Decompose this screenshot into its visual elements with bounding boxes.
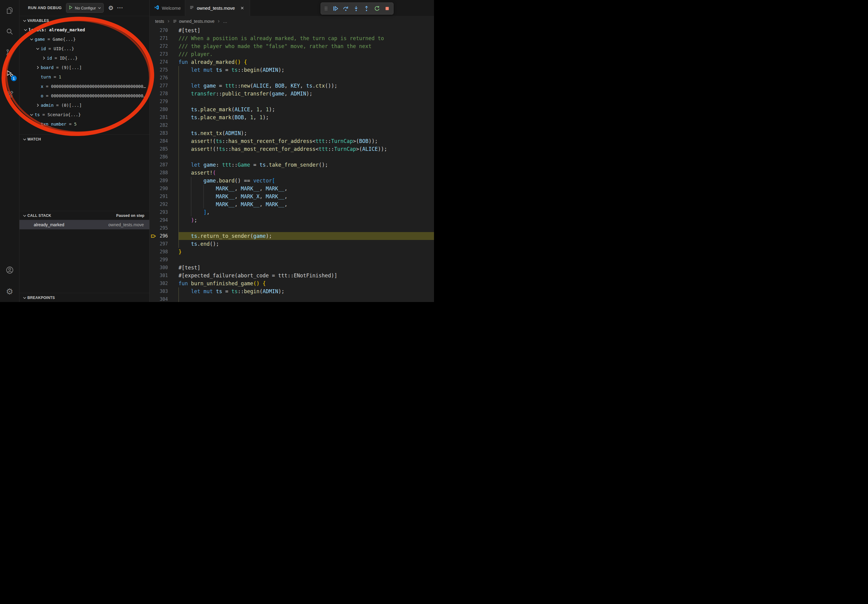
breakpoint-gutter[interactable] — [150, 240, 158, 248]
breakpoint-gutter[interactable] — [150, 200, 158, 208]
code-line-content[interactable]: MARK__, MARK__, MARK__, — [178, 184, 434, 192]
breakpoint-gutter[interactable] — [150, 256, 158, 264]
line-number[interactable]: 276 — [158, 74, 168, 82]
code-line-content[interactable]: assert!(!ts::has_most_recent_for_address… — [178, 145, 434, 153]
line-number[interactable]: 272 — [158, 42, 168, 50]
code-area[interactable]: 270#[test]271/// When a position is alre… — [150, 26, 434, 302]
call-stack-frame[interactable]: already_marked owned_tests.move — [19, 220, 149, 229]
code-line-content[interactable]: /// player. — [178, 50, 434, 58]
stop-button[interactable] — [382, 4, 392, 13]
breakpoint-gutter[interactable] — [150, 153, 158, 161]
account-button[interactable] — [0, 260, 19, 281]
breakpoint-gutter[interactable] — [150, 248, 158, 256]
code-line-content[interactable]: ts.return_to_sender(game); — [178, 232, 434, 240]
line-number[interactable]: 273 — [158, 50, 168, 58]
continue-button[interactable] — [330, 4, 340, 13]
line-number[interactable]: 282 — [158, 121, 168, 129]
code-line-content[interactable] — [178, 153, 434, 161]
breakpoint-gutter[interactable] — [150, 279, 158, 287]
breakpoint-gutter[interactable] — [150, 74, 158, 82]
breakpoint-gutter[interactable] — [150, 161, 158, 169]
code-line-content[interactable] — [178, 224, 434, 232]
code-line-content[interactable]: /// the player who made the "false" move… — [178, 42, 434, 50]
code-line-content[interactable]: fun burn_unfinished_game() { — [178, 279, 434, 287]
breakpoint-gutter[interactable] — [150, 224, 158, 232]
breakpoint-gutter[interactable] — [150, 295, 158, 302]
chevron-down-icon[interactable] — [35, 44, 41, 53]
debug-current-line-icon[interactable] — [150, 232, 158, 240]
line-number[interactable]: 286 — [158, 153, 168, 161]
line-number[interactable]: 292 — [158, 200, 168, 208]
variable-row[interactable]: id = UID{...} — [19, 44, 149, 53]
code-line-content[interactable]: ts.next_tx(ADMIN); — [178, 129, 434, 137]
line-number[interactable]: 296 — [158, 232, 168, 240]
variable-row[interactable]: board = (9)[...] — [19, 63, 149, 72]
line-number[interactable]: 301 — [158, 272, 168, 279]
breakpoint-gutter[interactable] — [150, 98, 158, 105]
breakpoint-gutter[interactable] — [150, 192, 158, 200]
code-line-content[interactable] — [178, 256, 434, 264]
code-line-content[interactable]: transfer::public_transfer(game, ADMIN); — [178, 90, 434, 98]
breakpoint-gutter[interactable] — [150, 129, 158, 137]
breakpoint-gutter[interactable] — [150, 121, 158, 129]
sidebar-item-source-control[interactable] — [0, 43, 19, 63]
variable-row[interactable]: o = 000000000000000000000000000000000000… — [19, 91, 149, 101]
line-number[interactable]: 294 — [158, 216, 168, 224]
code-line-content[interactable]: ts.end(); — [178, 240, 434, 248]
line-number[interactable]: 281 — [158, 113, 168, 121]
code-line-content[interactable]: #[test] — [178, 26, 434, 34]
breakpoint-gutter[interactable] — [150, 82, 158, 90]
tab-welcome[interactable]: Welcome — [150, 0, 185, 16]
code-line-content[interactable]: assert!( — [178, 169, 434, 177]
chevron-right-icon[interactable] — [35, 101, 41, 110]
line-number[interactable]: 279 — [158, 98, 168, 105]
variable-row[interactable]: game = Game{...} — [19, 34, 149, 44]
line-number[interactable]: 271 — [158, 34, 168, 42]
breakpoint-gutter[interactable] — [150, 272, 158, 279]
breakpoint-gutter[interactable] — [150, 216, 158, 224]
settings-button[interactable]: ⚙ — [0, 281, 19, 302]
code-line-content[interactable]: ts.place_mark(BOB, 1, 1); — [178, 113, 434, 121]
code-line-content[interactable]: let mut ts = ts::begin(ADMIN); — [178, 66, 434, 74]
code-line-content[interactable] — [178, 98, 434, 105]
code-line-content[interactable]: fun already_marked() { — [178, 58, 434, 66]
line-number[interactable]: 295 — [158, 224, 168, 232]
chevron-right-icon[interactable] — [35, 63, 41, 72]
start-debugging-icon[interactable] — [68, 5, 73, 11]
code-line-content[interactable]: let game = ttt::new(ALICE, BOB, KEY, ts.… — [178, 82, 434, 90]
watch-section-header[interactable]: WATCH — [19, 135, 149, 144]
step-out-button[interactable] — [361, 4, 371, 13]
restart-button[interactable] — [372, 4, 382, 13]
code-line-content[interactable] — [178, 295, 434, 302]
code-line-content[interactable]: assert!(ts::has_most_recent_for_address<… — [178, 137, 434, 145]
code-line-content[interactable]: MARK__, MARK_X, MARK__, — [178, 192, 434, 200]
line-number[interactable]: 291 — [158, 192, 168, 200]
code-line-content[interactable]: #[expected_failure(abort_code = ttt::ENo… — [178, 272, 434, 279]
sidebar-item-search[interactable] — [0, 22, 19, 43]
line-number[interactable]: 288 — [158, 169, 168, 177]
breakpoint-gutter[interactable] — [150, 90, 158, 98]
open-launch-json-button[interactable]: ⚙ — [108, 4, 113, 12]
line-number[interactable]: 278 — [158, 90, 168, 98]
variable-row[interactable]: turn = 1 — [19, 72, 149, 82]
chevron-right-icon[interactable] — [41, 53, 47, 63]
breadcrumb-item-tests[interactable]: tests — [155, 19, 164, 24]
breakpoint-gutter[interactable] — [150, 34, 158, 42]
code-line-content[interactable]: game.board() == vector[ — [178, 177, 434, 184]
call-stack-section-header[interactable]: CALL STACK Paused on step — [19, 211, 149, 220]
breakpoint-gutter[interactable] — [150, 42, 158, 50]
breadcrumb-item-file[interactable]: owned_tests.move — [179, 19, 215, 24]
chevron-down-icon[interactable] — [29, 110, 35, 119]
code-line-content[interactable]: ], — [178, 208, 434, 216]
variable-row[interactable]: x = 000000000000000000000000000000000000… — [19, 82, 149, 91]
line-number[interactable]: 275 — [158, 66, 168, 74]
line-number[interactable]: 285 — [158, 145, 168, 153]
breakpoint-gutter[interactable] — [150, 58, 158, 66]
code-line-content[interactable]: } — [178, 248, 434, 256]
close-icon[interactable] — [239, 5, 245, 11]
drag-handle[interactable] — [322, 4, 330, 13]
sidebar-item-explorer[interactable] — [0, 1, 19, 22]
launch-config-dropdown[interactable]: No Configur — [66, 3, 104, 13]
chevron-down-icon[interactable] — [23, 25, 29, 34]
variable-row[interactable]: txn_number = 5 — [19, 119, 149, 129]
